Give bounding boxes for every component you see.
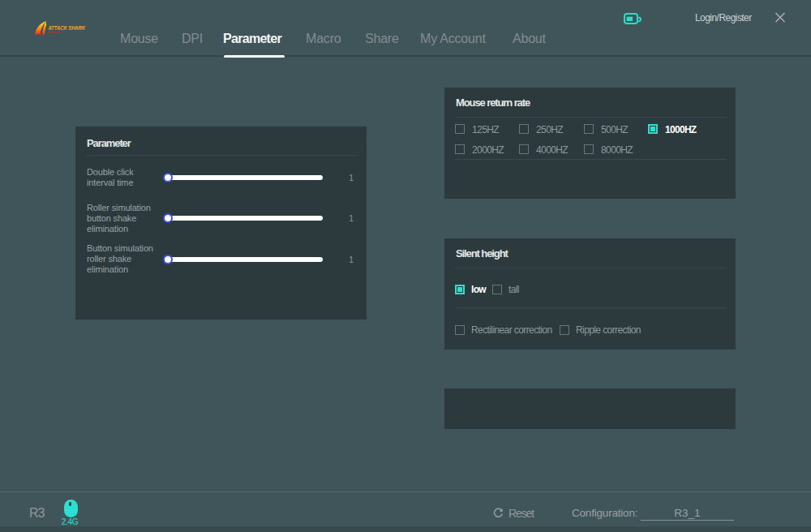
svg-text:ATTACK SHARK: ATTACK SHARK — [48, 25, 86, 31]
